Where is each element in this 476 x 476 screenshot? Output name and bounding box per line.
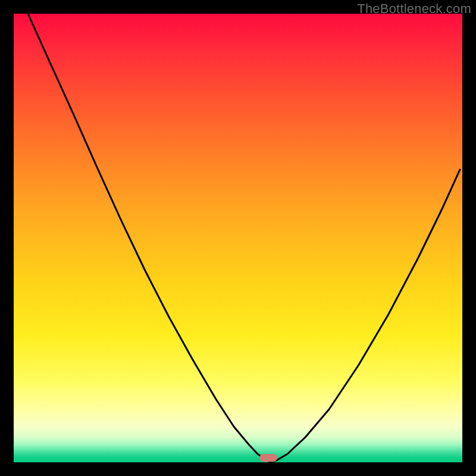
- optimal-point-marker: [259, 454, 277, 462]
- plot-area: [14, 14, 462, 462]
- chart-frame: TheBottleneck.com: [0, 0, 476, 476]
- bottleneck-curve: [14, 14, 462, 462]
- watermark-text: TheBottleneck.com: [357, 1, 471, 17]
